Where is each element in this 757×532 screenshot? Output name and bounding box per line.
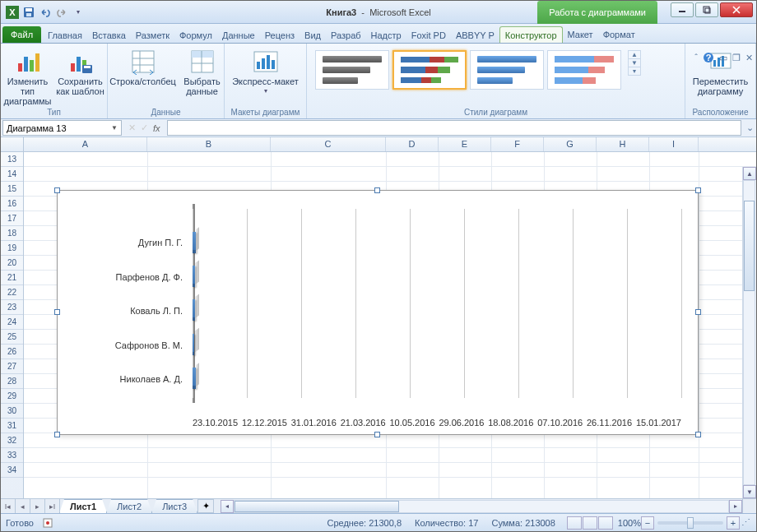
qat-dropdown-icon[interactable]: ▾ bbox=[72, 6, 85, 19]
view-page-break-icon[interactable] bbox=[598, 516, 613, 530]
chart-bar[interactable] bbox=[193, 334, 199, 355]
chart-bar[interactable] bbox=[193, 266, 199, 287]
row-header-29[interactable]: 29 bbox=[1, 389, 23, 404]
chart-object[interactable]: Дугин П. Г.Парфенов Д. Ф.Коваль Л. П.Саф… bbox=[57, 190, 699, 435]
tab-реценз[interactable]: Реценз bbox=[260, 27, 300, 43]
sheet-tab-Лист2[interactable]: Лист2 bbox=[106, 499, 152, 513]
help-icon[interactable]: ? bbox=[703, 52, 714, 63]
horizontal-scrollbar[interactable]: ◂ ▸ bbox=[221, 499, 742, 513]
tab-nav-first-icon[interactable]: I◂ bbox=[1, 499, 16, 513]
tab-надстр[interactable]: Надстр bbox=[366, 27, 406, 43]
col-header-C[interactable]: C bbox=[271, 137, 386, 151]
gallery-up-icon[interactable]: ▲ bbox=[629, 51, 640, 59]
gallery-more-icon[interactable]: ▾ bbox=[629, 67, 640, 75]
view-normal-icon[interactable] bbox=[567, 516, 582, 530]
view-page-layout-icon[interactable] bbox=[583, 516, 597, 530]
col-header-I[interactable]: I bbox=[649, 137, 699, 151]
tab-вставка[interactable]: Вставка bbox=[87, 27, 131, 43]
select-all-corner[interactable] bbox=[1, 137, 24, 151]
tab-foxit pd[interactable]: Foxit PD bbox=[406, 27, 451, 43]
sheet-tab-Лист3[interactable]: Лист3 bbox=[151, 499, 197, 513]
tab-nav-next-icon[interactable]: ▸ bbox=[30, 499, 45, 513]
resize-grip-icon[interactable]: ⋰ bbox=[740, 517, 751, 528]
row-header-22[interactable]: 22 bbox=[1, 285, 23, 300]
col-header-A[interactable]: A bbox=[24, 137, 147, 151]
ribbon-minimize-icon[interactable]: ˆ bbox=[694, 53, 698, 62]
maximize-button[interactable] bbox=[695, 2, 718, 17]
tab-главная[interactable]: Главная bbox=[43, 27, 87, 43]
tab-nav-last-icon[interactable]: ▸I bbox=[45, 499, 60, 513]
tab-nav-prev-icon[interactable]: ◂ bbox=[16, 499, 30, 513]
change-chart-type-button[interactable]: Изменить типдиаграммы bbox=[3, 45, 53, 106]
row-header-20[interactable]: 20 bbox=[1, 256, 23, 271]
tab-данные[interactable]: Данные bbox=[217, 27, 260, 43]
select-data-button[interactable]: Выбратьданные bbox=[181, 45, 224, 96]
styles-gallery-scroller[interactable]: ▲ ▼ ▾ bbox=[628, 50, 641, 76]
row-header-27[interactable]: 27 bbox=[1, 359, 23, 374]
switch-row-column-button[interactable]: Строка/столбец bbox=[109, 45, 178, 86]
chart-bar[interactable] bbox=[193, 299, 199, 321]
chart-bar[interactable] bbox=[193, 368, 199, 389]
scroll-up-icon[interactable]: ▲ bbox=[743, 167, 756, 180]
row-header-13[interactable]: 13 bbox=[1, 152, 23, 167]
undo-icon[interactable] bbox=[39, 6, 52, 19]
zoom-slider[interactable] bbox=[657, 521, 723, 525]
tab-вид[interactable]: Вид bbox=[300, 27, 326, 43]
zoom-level[interactable]: 100% bbox=[618, 518, 641, 528]
chart-style-4[interactable] bbox=[547, 50, 621, 90]
row-header-17[interactable]: 17 bbox=[1, 211, 23, 226]
chart-style-1[interactable] bbox=[315, 50, 389, 90]
new-sheet-icon[interactable]: ✦ bbox=[197, 499, 214, 513]
wb-restore-icon[interactable]: ❐ bbox=[732, 53, 741, 63]
vertical-scrollbar[interactable]: ▲ ▼ bbox=[742, 167, 756, 498]
wb-close-icon[interactable]: ✕ bbox=[745, 53, 753, 63]
fx-icon[interactable]: fx bbox=[153, 123, 160, 133]
row-header-31[interactable]: 31 bbox=[1, 419, 23, 433]
scroll-left-icon[interactable]: ◂ bbox=[221, 500, 234, 513]
row-header-32[interactable]: 32 bbox=[1, 433, 23, 448]
tab-формул[interactable]: Формул bbox=[174, 27, 217, 43]
tab-конструктор[interactable]: Конструктор bbox=[499, 26, 563, 43]
col-header-E[interactable]: E bbox=[439, 137, 491, 151]
formula-input[interactable] bbox=[167, 120, 741, 136]
zoom-in-icon[interactable]: + bbox=[727, 516, 740, 530]
gallery-down-icon[interactable]: ▼ bbox=[629, 59, 640, 67]
minimize-button[interactable] bbox=[671, 2, 694, 17]
name-box[interactable]: Диаграмма 13▼ bbox=[2, 120, 122, 136]
row-header-14[interactable]: 14 bbox=[1, 167, 23, 182]
row-header-19[interactable]: 19 bbox=[1, 241, 23, 256]
col-header-H[interactable]: H bbox=[597, 137, 649, 151]
row-header-33[interactable]: 33 bbox=[1, 448, 23, 463]
row-header-30[interactable]: 30 bbox=[1, 404, 23, 419]
chart-style-3[interactable] bbox=[470, 50, 544, 90]
tab-file[interactable]: Файл bbox=[2, 26, 41, 43]
sheet-tab-Лист1[interactable]: Лист1 bbox=[59, 499, 107, 513]
zoom-out-icon[interactable]: − bbox=[641, 516, 654, 530]
formula-bar-expand-icon[interactable]: ⌄ bbox=[743, 123, 756, 133]
tab-разраб[interactable]: Разраб bbox=[326, 27, 366, 43]
scroll-right-icon[interactable]: ▸ bbox=[729, 500, 742, 513]
col-header-F[interactable]: F bbox=[491, 137, 544, 151]
save-icon[interactable] bbox=[22, 6, 35, 19]
save-as-template-button[interactable]: Сохранитькак шаблон bbox=[56, 45, 105, 96]
redo-icon[interactable] bbox=[55, 6, 68, 19]
chart-bar[interactable] bbox=[193, 232, 199, 253]
row-header-23[interactable]: 23 bbox=[1, 300, 23, 315]
row-header-24[interactable]: 24 bbox=[1, 315, 23, 330]
quick-layout-button[interactable]: Экспресс-макет▾ bbox=[230, 45, 302, 96]
row-header-26[interactable]: 26 bbox=[1, 345, 23, 359]
row-header-18[interactable]: 18 bbox=[1, 226, 23, 241]
close-button[interactable] bbox=[720, 2, 753, 17]
col-header-D[interactable]: D bbox=[386, 137, 439, 151]
macro-record-icon[interactable] bbox=[42, 517, 53, 529]
chart-plot-area[interactable] bbox=[193, 209, 681, 398]
row-header-28[interactable]: 28 bbox=[1, 374, 23, 389]
row-header-25[interactable]: 25 bbox=[1, 330, 23, 345]
wb-minimize-icon[interactable]: ▭ bbox=[719, 53, 727, 63]
row-header-15[interactable]: 15 bbox=[1, 182, 23, 197]
row-header-34[interactable]: 34 bbox=[1, 463, 23, 478]
row-header-16[interactable]: 16 bbox=[1, 197, 23, 211]
scroll-down-icon[interactable]: ▼ bbox=[743, 485, 756, 498]
col-header-B[interactable]: B bbox=[147, 137, 271, 151]
chart-style-2[interactable] bbox=[392, 50, 467, 90]
